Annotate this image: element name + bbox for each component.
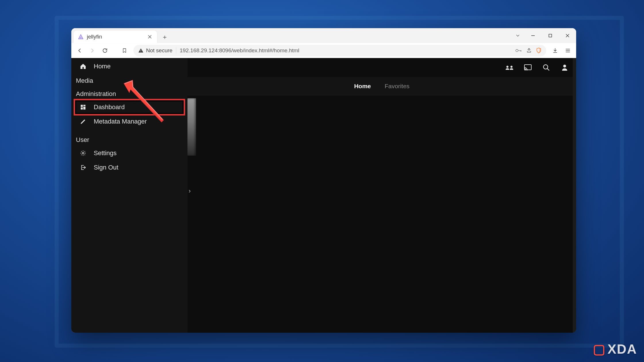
sidebar-item-label: Sign Out xyxy=(94,164,118,171)
content-tabs: Home Favorites xyxy=(187,77,576,95)
sync-play-icon[interactable] xyxy=(504,62,515,73)
tab-favorites[interactable]: Favorites xyxy=(384,81,410,91)
security-indicator[interactable]: Not secure xyxy=(138,47,172,54)
brave-shield-icon[interactable] xyxy=(536,47,542,54)
svg-rect-1 xyxy=(141,50,141,51)
svg-rect-8 xyxy=(81,107,83,109)
window-controls xyxy=(511,28,576,43)
nav-back-button[interactable] xyxy=(74,45,85,56)
address-bar[interactable]: Not secure 192.168.29.124:8096/web/index… xyxy=(133,45,546,56)
window-close-button[interactable] xyxy=(559,28,576,43)
search-icon[interactable] xyxy=(541,62,551,73)
window-minimize-button[interactable] xyxy=(524,28,542,43)
tab-close-button[interactable] xyxy=(147,34,153,40)
new-tab-button[interactable]: ＋ xyxy=(160,32,170,42)
sidebar-item-metadata-manager[interactable]: Metadata Manager xyxy=(71,114,187,129)
sidebar-section-administration: Administration xyxy=(71,87,187,100)
sidebar-item-label: Metadata Manager xyxy=(94,118,147,125)
gear-icon xyxy=(79,150,87,156)
sidebar-item-label: Dashboard xyxy=(94,103,125,111)
browser-window: jellyfin ＋ xyxy=(71,28,576,333)
dashboard-icon xyxy=(79,104,87,110)
content-area: › xyxy=(187,95,576,333)
svg-point-11 xyxy=(511,66,513,68)
nav-forward-button[interactable] xyxy=(87,45,98,56)
svg-point-14 xyxy=(563,65,566,68)
watermark-text: XDA xyxy=(607,341,637,357)
nav-reload-button[interactable] xyxy=(99,45,110,56)
app-topbar xyxy=(187,58,576,77)
chevron-right-icon[interactable]: › xyxy=(189,187,191,195)
signout-icon xyxy=(79,164,87,171)
sidebar: Home Media Administration Dashboard Meta… xyxy=(71,58,187,333)
scrollbar[interactable] xyxy=(573,58,576,333)
tab-title: jellyfin xyxy=(87,34,144,40)
warning-icon xyxy=(138,48,144,53)
watermark-icon: ▢ xyxy=(593,341,606,357)
svg-rect-2 xyxy=(141,51,141,52)
sidebar-item-label: Settings xyxy=(94,149,117,157)
browser-tab[interactable]: jellyfin xyxy=(74,30,157,43)
svg-point-9 xyxy=(82,152,84,154)
cast-icon[interactable] xyxy=(523,62,533,73)
browser-menu-button[interactable] xyxy=(562,45,573,56)
svg-point-10 xyxy=(506,66,508,68)
security-label: Not secure xyxy=(146,47,172,54)
sidebar-item-settings[interactable]: Settings xyxy=(71,146,187,160)
sidebar-item-signout[interactable]: Sign Out xyxy=(71,160,187,175)
tab-home[interactable]: Home xyxy=(354,81,371,91)
downloads-button[interactable] xyxy=(550,45,561,56)
key-icon[interactable] xyxy=(515,48,522,53)
tab-overflow-button[interactable] xyxy=(511,28,524,43)
window-maximize-button[interactable] xyxy=(542,28,559,43)
main-content: Home Favorites › xyxy=(187,58,576,333)
sidebar-item-dashboard[interactable]: Dashboard xyxy=(71,100,187,114)
url-text: 192.168.29.124:8096/web/index.html#/home… xyxy=(180,47,512,54)
svg-rect-4 xyxy=(83,67,84,69)
svg-rect-6 xyxy=(83,105,85,106)
browser-toolbar: Not secure 192.168.29.124:8096/web/index… xyxy=(71,43,576,58)
watermark: ▢ XDA xyxy=(593,341,637,357)
svg-point-3 xyxy=(516,49,518,51)
media-thumbnail-clipped[interactable] xyxy=(187,98,196,156)
edit-icon xyxy=(79,118,87,125)
svg-rect-5 xyxy=(81,105,83,107)
user-icon[interactable] xyxy=(559,62,570,73)
tab-strip: jellyfin ＋ xyxy=(71,28,576,43)
home-icon xyxy=(79,63,87,70)
svg-rect-0 xyxy=(549,34,552,37)
svg-rect-7 xyxy=(83,107,85,109)
sidebar-item-label: Home xyxy=(94,63,111,70)
bookmark-button[interactable] xyxy=(119,45,130,56)
jellyfin-favicon-icon xyxy=(78,34,84,40)
share-icon[interactable] xyxy=(526,48,532,53)
sidebar-item-home[interactable]: Home xyxy=(71,59,187,74)
sidebar-section-media: Media xyxy=(71,74,187,87)
sidebar-section-user: User xyxy=(71,133,187,146)
jellyfin-app: Home Media Administration Dashboard Meta… xyxy=(71,58,576,333)
